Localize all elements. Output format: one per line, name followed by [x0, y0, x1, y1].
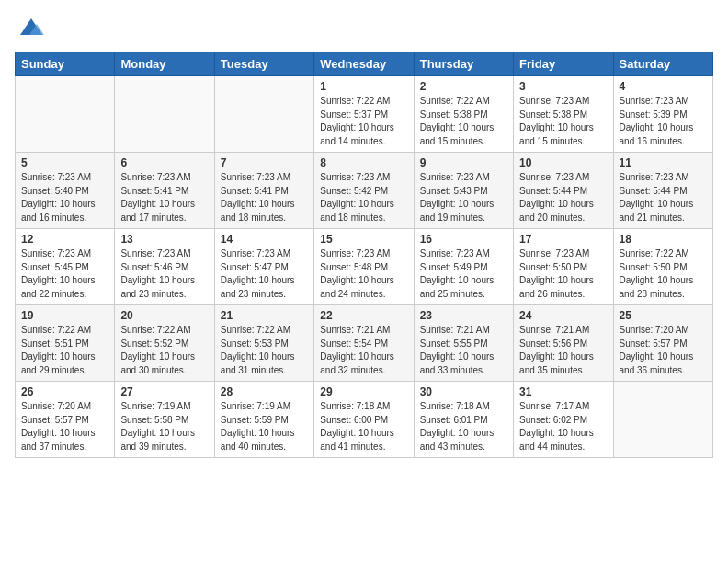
- day-info: Sunrise: 7:23 AM Sunset: 5:49 PM Dayligh…: [420, 247, 507, 301]
- calendar-cell: 18Sunrise: 7:22 AM Sunset: 5:50 PM Dayli…: [613, 229, 712, 305]
- calendar-cell: 9Sunrise: 7:23 AM Sunset: 5:43 PM Daylig…: [414, 153, 513, 229]
- weekday-header-thursday: Thursday: [414, 52, 513, 76]
- calendar-cell: 29Sunrise: 7:18 AM Sunset: 6:00 PM Dayli…: [314, 382, 414, 458]
- day-number: 6: [120, 156, 208, 169]
- day-number: 10: [519, 156, 607, 169]
- calendar-cell: [16, 76, 115, 153]
- calendar-cell: 31Sunrise: 7:17 AM Sunset: 6:02 PM Dayli…: [514, 382, 613, 458]
- calendar-cell: 22Sunrise: 7:21 AM Sunset: 5:54 PM Dayli…: [314, 305, 414, 382]
- day-number: 23: [420, 309, 507, 322]
- calendar-cell: 26Sunrise: 7:20 AM Sunset: 5:57 PM Dayli…: [16, 382, 115, 458]
- day-number: 27: [120, 385, 208, 398]
- day-info: Sunrise: 7:20 AM Sunset: 5:57 PM Dayligh…: [620, 324, 707, 377]
- day-info: Sunrise: 7:18 AM Sunset: 6:01 PM Dayligh…: [420, 400, 507, 454]
- day-number: 28: [221, 385, 308, 398]
- calendar-cell: [214, 76, 313, 153]
- weekday-header-sunday: Sunday: [16, 52, 115, 76]
- day-info: Sunrise: 7:23 AM Sunset: 5:45 PM Dayligh…: [21, 247, 108, 301]
- weekday-header-row: SundayMondayTuesdayWednesdayThursdayFrid…: [16, 52, 713, 76]
- day-number: 14: [221, 233, 308, 246]
- day-number: 8: [320, 156, 407, 169]
- day-number: 13: [120, 233, 208, 246]
- day-number: 22: [320, 309, 407, 322]
- calendar-cell: 2Sunrise: 7:22 AM Sunset: 5:38 PM Daylig…: [414, 76, 513, 153]
- day-number: 3: [519, 80, 607, 93]
- day-number: 26: [21, 385, 108, 398]
- calendar-cell: [115, 76, 214, 153]
- day-info: Sunrise: 7:22 AM Sunset: 5:37 PM Dayligh…: [320, 95, 407, 148]
- day-info: Sunrise: 7:19 AM Sunset: 5:59 PM Dayligh…: [221, 400, 308, 454]
- day-info: Sunrise: 7:23 AM Sunset: 5:47 PM Dayligh…: [221, 247, 308, 301]
- calendar-cell: 23Sunrise: 7:21 AM Sunset: 5:55 PM Dayli…: [414, 305, 513, 382]
- weekday-header-tuesday: Tuesday: [214, 52, 313, 76]
- day-info: Sunrise: 7:19 AM Sunset: 5:58 PM Dayligh…: [120, 400, 208, 454]
- day-info: Sunrise: 7:23 AM Sunset: 5:38 PM Dayligh…: [519, 95, 607, 148]
- calendar-cell: 20Sunrise: 7:22 AM Sunset: 5:52 PM Dayli…: [115, 305, 214, 382]
- calendar-cell: 14Sunrise: 7:23 AM Sunset: 5:47 PM Dayli…: [214, 229, 313, 305]
- day-info: Sunrise: 7:23 AM Sunset: 5:44 PM Dayligh…: [519, 171, 607, 224]
- day-info: Sunrise: 7:23 AM Sunset: 5:48 PM Dayligh…: [320, 247, 407, 301]
- calendar-cell: 1Sunrise: 7:22 AM Sunset: 5:37 PM Daylig…: [314, 76, 414, 153]
- day-info: Sunrise: 7:21 AM Sunset: 5:55 PM Dayligh…: [420, 324, 507, 377]
- day-number: 29: [320, 385, 407, 398]
- calendar-cell: 6Sunrise: 7:23 AM Sunset: 5:41 PM Daylig…: [115, 153, 214, 229]
- logo-icon: [18, 15, 44, 40]
- day-info: Sunrise: 7:23 AM Sunset: 5:41 PM Dayligh…: [120, 171, 208, 224]
- calendar-cell: 30Sunrise: 7:18 AM Sunset: 6:01 PM Dayli…: [414, 382, 513, 458]
- calendar-table: SundayMondayTuesdayWednesdayThursdayFrid…: [15, 52, 713, 458]
- calendar-cell: 27Sunrise: 7:19 AM Sunset: 5:58 PM Dayli…: [115, 382, 214, 458]
- day-number: 4: [620, 80, 707, 93]
- day-info: Sunrise: 7:22 AM Sunset: 5:52 PM Dayligh…: [120, 324, 208, 377]
- day-info: Sunrise: 7:22 AM Sunset: 5:53 PM Dayligh…: [221, 324, 308, 377]
- calendar-cell: 10Sunrise: 7:23 AM Sunset: 5:44 PM Dayli…: [514, 153, 613, 229]
- calendar-cell: 19Sunrise: 7:22 AM Sunset: 5:51 PM Dayli…: [16, 305, 115, 382]
- day-number: 7: [221, 156, 308, 169]
- day-info: Sunrise: 7:23 AM Sunset: 5:40 PM Dayligh…: [21, 171, 108, 224]
- day-info: Sunrise: 7:21 AM Sunset: 5:54 PM Dayligh…: [320, 324, 407, 377]
- day-info: Sunrise: 7:23 AM Sunset: 5:43 PM Dayligh…: [420, 171, 507, 224]
- calendar-cell: 8Sunrise: 7:23 AM Sunset: 5:42 PM Daylig…: [314, 153, 414, 229]
- calendar-cell: 4Sunrise: 7:23 AM Sunset: 5:39 PM Daylig…: [613, 76, 712, 153]
- day-number: 19: [21, 309, 108, 322]
- day-number: 31: [519, 385, 607, 398]
- day-number: 18: [620, 233, 707, 246]
- day-number: 15: [320, 233, 407, 246]
- day-info: Sunrise: 7:23 AM Sunset: 5:44 PM Dayligh…: [620, 171, 707, 224]
- day-number: 2: [420, 80, 507, 93]
- week-row-2: 5Sunrise: 7:23 AM Sunset: 5:40 PM Daylig…: [16, 153, 713, 229]
- calendar-cell: 24Sunrise: 7:21 AM Sunset: 5:56 PM Dayli…: [514, 305, 613, 382]
- weekday-header-monday: Monday: [115, 52, 214, 76]
- calendar-cell: 21Sunrise: 7:22 AM Sunset: 5:53 PM Dayli…: [214, 305, 313, 382]
- calendar-cell: 16Sunrise: 7:23 AM Sunset: 5:49 PM Dayli…: [414, 229, 513, 305]
- day-info: Sunrise: 7:20 AM Sunset: 5:57 PM Dayligh…: [21, 400, 108, 454]
- week-row-5: 26Sunrise: 7:20 AM Sunset: 5:57 PM Dayli…: [16, 382, 713, 458]
- calendar-cell: 25Sunrise: 7:20 AM Sunset: 5:57 PM Dayli…: [613, 305, 712, 382]
- day-info: Sunrise: 7:23 AM Sunset: 5:41 PM Dayligh…: [221, 171, 308, 224]
- header: [15, 15, 713, 40]
- day-info: Sunrise: 7:23 AM Sunset: 5:42 PM Dayligh…: [320, 171, 407, 224]
- day-number: 1: [320, 80, 407, 93]
- calendar-cell: 12Sunrise: 7:23 AM Sunset: 5:45 PM Dayli…: [16, 229, 115, 305]
- day-info: Sunrise: 7:22 AM Sunset: 5:38 PM Dayligh…: [420, 95, 507, 148]
- day-info: Sunrise: 7:23 AM Sunset: 5:46 PM Dayligh…: [120, 247, 208, 301]
- day-number: 5: [21, 156, 108, 169]
- week-row-3: 12Sunrise: 7:23 AM Sunset: 5:45 PM Dayli…: [16, 229, 713, 305]
- day-number: 20: [120, 309, 208, 322]
- calendar-cell: 15Sunrise: 7:23 AM Sunset: 5:48 PM Dayli…: [314, 229, 414, 305]
- day-info: Sunrise: 7:18 AM Sunset: 6:00 PM Dayligh…: [320, 400, 407, 454]
- day-info: Sunrise: 7:21 AM Sunset: 5:56 PM Dayligh…: [519, 324, 607, 377]
- weekday-header-wednesday: Wednesday: [314, 52, 414, 76]
- day-number: 11: [620, 156, 707, 169]
- calendar-cell: 3Sunrise: 7:23 AM Sunset: 5:38 PM Daylig…: [514, 76, 613, 153]
- logo: [15, 15, 44, 40]
- day-number: 9: [420, 156, 507, 169]
- calendar-cell: 5Sunrise: 7:23 AM Sunset: 5:40 PM Daylig…: [16, 153, 115, 229]
- weekday-header-saturday: Saturday: [613, 52, 712, 76]
- day-info: Sunrise: 7:22 AM Sunset: 5:51 PM Dayligh…: [21, 324, 108, 377]
- day-number: 24: [519, 309, 607, 322]
- day-info: Sunrise: 7:22 AM Sunset: 5:50 PM Dayligh…: [620, 247, 707, 301]
- day-number: 21: [221, 309, 308, 322]
- day-info: Sunrise: 7:23 AM Sunset: 5:50 PM Dayligh…: [519, 247, 607, 301]
- calendar-cell: 17Sunrise: 7:23 AM Sunset: 5:50 PM Dayli…: [514, 229, 613, 305]
- calendar-cell: 13Sunrise: 7:23 AM Sunset: 5:46 PM Dayli…: [115, 229, 214, 305]
